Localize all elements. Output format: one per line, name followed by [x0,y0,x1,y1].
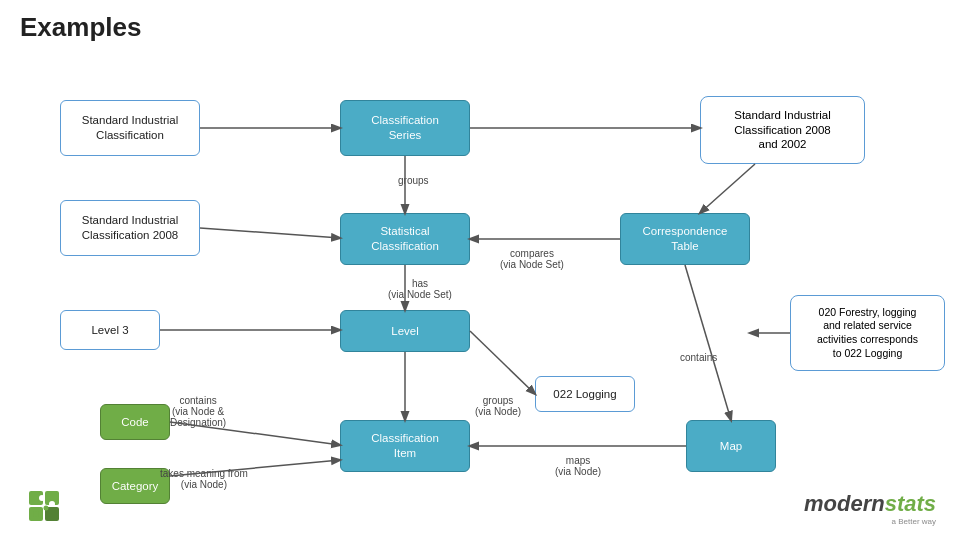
logging-label: 022 Logging [553,387,616,402]
correspondence-table-label: Correspondence Table [642,224,727,254]
code-label: Code [121,415,149,430]
logo-sub: a Better way [804,517,936,526]
svg-point-19 [39,495,45,501]
svg-point-22 [44,506,49,511]
classification-series-label: Classification Series [371,113,439,143]
sic-2008-2002-box: Standard Industrial Classification 2008 … [700,96,865,164]
forestry-note-label: 020 Forestry, logging and related servic… [817,306,918,361]
level3-box: Level 3 [60,310,160,350]
svg-point-20 [49,501,55,507]
svg-line-4 [200,228,340,238]
groups-label: groups [398,175,429,186]
contains-via-node-label: contains (via Node & Designation) [170,395,226,428]
classification-item-box: Classification Item [340,420,470,472]
logo-text: modernstats [804,491,936,516]
svg-line-10 [470,331,535,394]
arrows-overlay [0,0,960,540]
sic-2008-2002-label: Standard Industrial Classification 2008 … [734,108,831,153]
has-via-node-label: has (via Node Set) [388,278,452,300]
puzzle-icon [24,486,64,526]
level-box: Level [340,310,470,352]
sic-label: Standard Industrial Classification [82,113,179,143]
groups-via-node-label: groups (via Node) [475,395,521,417]
sic-box: Standard Industrial Classification [60,100,200,156]
classification-item-label: Classification Item [371,431,439,461]
map-label: Map [720,439,742,454]
classification-series-box: Classification Series [340,100,470,156]
statistical-classification-box: Statistical Classification [340,213,470,265]
logging-box: 022 Logging [535,376,635,412]
svg-point-21 [33,511,39,517]
level-label: Level [391,324,419,339]
forestry-note-box: 020 Forestry, logging and related servic… [790,295,945,371]
compares-label: compares (via Node Set) [500,248,564,270]
sic-2008-label: Standard Industrial Classification 2008 [82,213,179,243]
category-label: Category [112,479,159,494]
sic-2008-box: Standard Industrial Classification 2008 [60,200,200,256]
logo: modernstats a Better way [804,491,936,526]
map-box: Map [686,420,776,472]
takes-meaning-label: takes meaning from (via Node) [160,468,248,490]
statistical-classification-label: Statistical Classification [371,224,439,254]
contains-label: contains [680,352,717,363]
correspondence-table-box: Correspondence Table [620,213,750,265]
maps-via-node-label: maps (via Node) [555,455,601,477]
level3-label: Level 3 [91,323,128,338]
logo-text-stats: stats [885,491,936,516]
logo-text-modern: modern [804,491,885,516]
svg-line-2 [700,164,755,213]
code-box: Code [100,404,170,440]
svg-line-8 [685,265,731,420]
page-title: Examples [20,12,141,43]
